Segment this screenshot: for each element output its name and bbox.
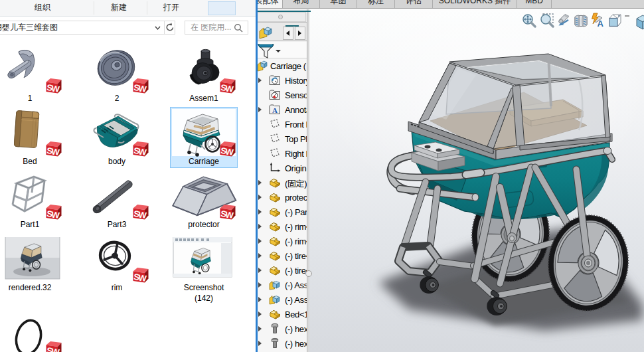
svg-text:W: W [225,210,234,220]
svg-text:W: W [51,84,60,94]
svg-text:W: W [138,210,147,220]
svg-text:W: W [225,84,234,94]
svg-text:A: A [598,19,604,29]
svg-text:W: W [51,210,60,220]
svg-text:W: W [51,147,60,157]
svg-text:W: W [138,273,147,284]
svg-text:W: W [225,147,234,157]
svg-text:W: W [51,347,60,352]
svg-text:W: W [138,84,147,94]
svg-text:W: W [138,147,147,157]
svg-text:A: A [272,106,278,114]
